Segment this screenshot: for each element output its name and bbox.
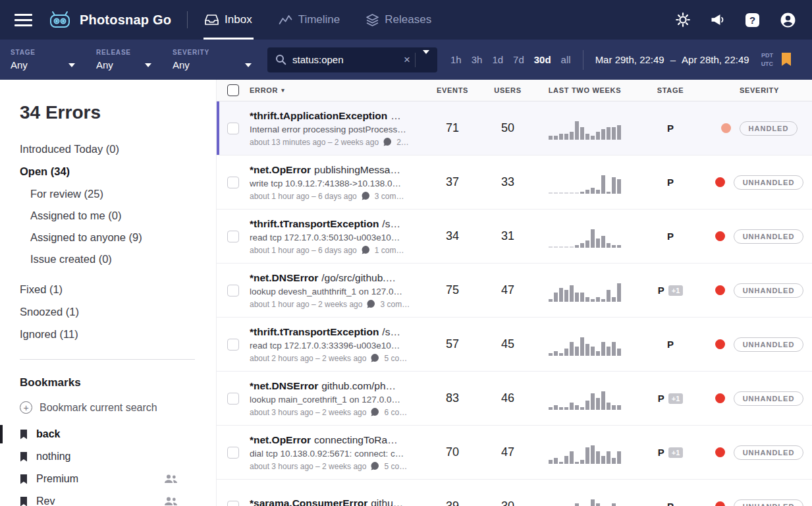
timezone-toggle[interactable]: PDT UTC [761,51,774,67]
content: 34 Errors Introduced Today (0)Open (34)F… [0,80,812,506]
search-input[interactable] [292,54,399,65]
user-avatar-icon[interactable] [780,12,796,28]
time-range-30d[interactable]: 30d [534,54,551,65]
comment-icon [362,192,370,200]
time-range-1d[interactable]: 1d [492,54,503,65]
error-meta: about 1 hour ago – 6 days ago3 com… [250,192,416,201]
search-dropdown-chevron-icon[interactable] [416,54,433,66]
events-count: 70 [425,445,480,459]
settings-gear-icon[interactable] [676,13,690,27]
row-checkbox[interactable] [227,123,239,134]
bookmark-current-search-button[interactable]: + Bookmark current search [20,401,216,414]
bookmark-search-icon[interactable] [781,53,792,67]
stage-label: P [658,285,664,296]
bookmark-item[interactable]: Premium [0,468,216,490]
row-checkbox[interactable] [227,393,239,405]
stage-label: P [667,123,674,134]
hamburger-menu-icon[interactable] [14,14,32,26]
bookmark-item[interactable]: nothing [0,445,216,468]
bookmark-label: Premium [36,473,78,485]
bookmark-item[interactable]: Rev [0,490,216,506]
comment-icon [367,300,375,308]
severity-cell: UNHANDLED [707,499,812,506]
error-location: publishingMessa… [314,164,400,175]
stage-cell: P+1 [634,285,707,296]
announcements-megaphone-icon[interactable] [710,13,725,26]
severity-cell: UNHANDLED [707,445,812,460]
error-cell: *net.OpErrorpublishingMessa…write tcp 10… [250,164,425,201]
select-all-checkbox[interactable] [227,84,239,96]
severity-filter-dropdown[interactable]: SEVERITY Any [162,40,262,80]
error-description: Internal error processing postProcess… [250,125,416,134]
severity-cell: UNHANDLED [707,229,812,244]
sparkline-chart [535,441,634,464]
error-meta: about 3 hours ago – 2 weeks ago5 co… [250,462,416,471]
severity-badge: UNHANDLED [734,283,804,298]
time-range-all[interactable]: all [561,54,571,65]
row-checkbox[interactable] [227,447,239,459]
sidebar-item[interactable]: Issue created (0) [30,253,216,266]
stage-cell: P [634,231,707,242]
events-count: 37 [425,175,480,189]
table-row[interactable]: *sarama.ConsumerErrorgithu…3930PUNHANDLE… [217,480,812,506]
tab-releases[interactable]: Releases [365,0,433,40]
column-header-events: EVENTS [425,86,480,94]
table-row[interactable]: *thrift.tApplicationException…Internal e… [217,101,812,155]
table-row[interactable]: *thrift.tTransportException/s…read tcp 1… [217,318,812,372]
time-range-1h[interactable]: 1h [450,54,462,65]
bookmark-current-search-label: Bookmark current search [40,402,157,414]
stage-filter-dropdown[interactable]: STAGE Any [0,40,86,80]
row-checkbox[interactable] [227,231,239,242]
help-question-icon[interactable]: ? [745,13,760,28]
table-row[interactable]: *thrift.tTransportException/s…read tcp 1… [217,210,812,264]
errors-count-title: 34 Errors [20,102,216,123]
timezone-secondary: UTC [761,60,774,68]
clear-search-icon[interactable]: × [399,54,415,65]
sidebar-item[interactable]: Ignored (11) [20,328,216,341]
date-range[interactable]: Mar 29th, 22:49 – Apr 28th, 22:49 [595,54,749,65]
sidebar-item[interactable]: Snoozed (1) [20,306,216,318]
chevron-down-icon [145,63,151,67]
comment-icon [371,462,379,470]
row-checkbox[interactable] [227,177,239,188]
table-row[interactable]: *net.OpErrorpublishingMessa…write tcp 10… [217,155,812,210]
tab-timeline[interactable]: Timeline [277,0,342,40]
tab-inbox[interactable]: Inbox [203,0,254,40]
severity-dot [715,231,725,241]
table-body: *thrift.tApplicationException…Internal e… [217,101,812,506]
error-cell: *net.DNSError/go/src/github.…lookup deve… [250,272,425,309]
release-filter-dropdown[interactable]: RELEASE Any [86,40,162,80]
error-meta: about 13 minutes ago – 2 weeks ago2… [250,138,416,147]
sidebar-item[interactable]: Assigned to anyone (9) [30,231,216,244]
row-checkbox[interactable] [227,285,239,296]
time-range-7d[interactable]: 7d [513,54,524,65]
row-checkbox[interactable] [227,339,239,351]
svg-text:?: ? [749,14,755,26]
time-range-3h[interactable]: 3h [472,54,483,65]
sidebar-item[interactable]: Fixed (1) [20,283,216,296]
sidebar-item[interactable]: Assigned to me (0) [30,210,216,222]
stage-label: P [667,177,674,188]
sidebar-divider [20,359,195,360]
bookmark-label: nothing [36,451,71,463]
sidebar-item[interactable]: Open (34) [20,165,216,178]
table-row[interactable]: *net.DNSError/go/src/github.…lookup deve… [217,264,812,318]
bookmark-item[interactable]: back [0,423,216,445]
column-header-error[interactable]: ERROR ▾ [250,86,425,94]
sidebar-item[interactable]: For review (25) [30,188,216,200]
stage-cell: P [634,501,707,506]
table-row[interactable]: *net.DNSErrorgithub.com/ph…lookup main_c… [217,372,812,426]
stage-filter-label: STAGE [11,49,75,56]
severity-badge: HANDLED [740,121,798,136]
error-location: githu… [371,497,403,506]
severity-badge: UNHANDLED [734,337,804,352]
users-count: 47 [480,283,535,297]
severity-badge: UNHANDLED [734,175,804,190]
error-description: write tcp 10.9.12.7:41388->10.138.0… [250,179,416,188]
table-row[interactable]: *net.OpErrorconnectingToRa…dial tcp 10.1… [217,426,812,480]
row-checkbox[interactable] [227,501,239,506]
severity-filter-label: SEVERITY [173,49,252,56]
sparkline-chart [535,495,634,506]
sidebar-item[interactable]: Introduced Today (0) [20,143,216,155]
error-description: lookup devesh_auththrift_1 on 127.0… [250,287,416,296]
